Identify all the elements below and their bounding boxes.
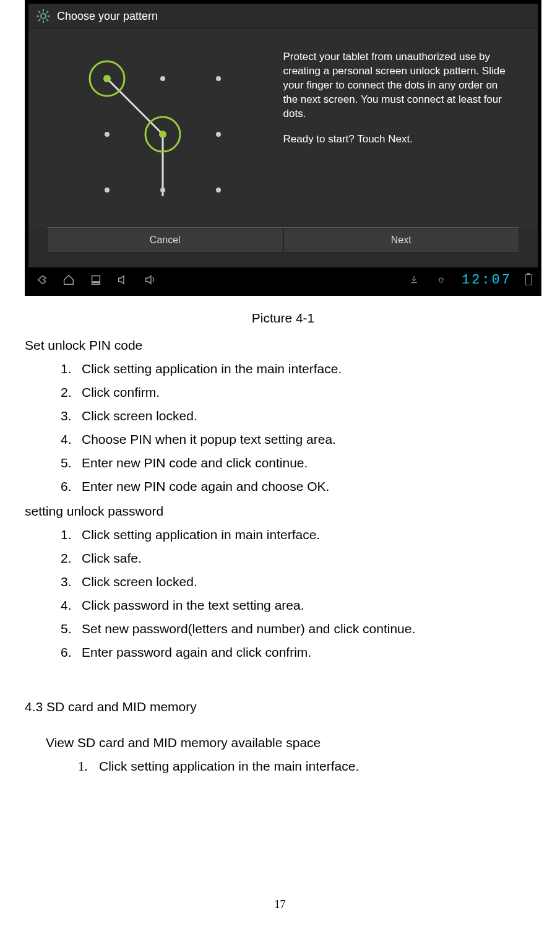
help-paragraph-1: Protect your tablet from unauthorized us… — [283, 50, 515, 121]
step-text: Click setting application in main interf… — [82, 527, 320, 542]
step-text: Choose PIN when it popup text setting ar… — [82, 432, 336, 447]
list-item: 3.Click screen locked. — [61, 409, 541, 423]
list-item: 4.Click password in the text setting are… — [61, 598, 541, 613]
step-text: Click confirm. — [82, 385, 160, 400]
list-item: 4.Choose PIN when it popup text setting … — [61, 432, 541, 447]
pattern-svg — [82, 54, 243, 215]
step-text: Click setting application in the main in… — [99, 759, 359, 774]
svg-point-13 — [159, 131, 166, 138]
settings-gear-icon — [35, 7, 52, 25]
step-text: Enter new PIN code again and choose OK. — [82, 479, 329, 494]
android-debug-icon — [434, 273, 448, 287]
svg-point-10 — [160, 76, 165, 81]
download-icon — [407, 273, 421, 287]
pin-steps-list: 1.Click setting application in the main … — [25, 361, 541, 494]
svg-rect-18 — [92, 276, 100, 282]
sd-sub-heading: View SD card and MID memory available sp… — [46, 735, 541, 750]
list-item: 2.Click confirm. — [61, 385, 541, 400]
svg-line-8 — [46, 11, 48, 13]
svg-point-9 — [103, 75, 111, 82]
step-text: Enter password again and click confrim. — [82, 645, 311, 660]
android-screenshot: Choose your pattern — [25, 0, 541, 296]
system-nav-bar: 12:07 — [28, 267, 538, 292]
password-steps-list: 1.Click setting application in main inte… — [25, 527, 541, 660]
home-icon[interactable] — [62, 273, 75, 287]
svg-point-15 — [105, 188, 110, 193]
step-text: Enter new PIN code and click continue. — [82, 456, 308, 470]
svg-point-14 — [216, 132, 221, 137]
work-area: Protect your tablet from unauthorized us… — [28, 28, 538, 227]
step-text: Click safe. — [82, 551, 142, 566]
list-item: 6.Enter new PIN code again and choose OK… — [61, 479, 541, 494]
step-text: Click screen locked. — [82, 409, 197, 423]
help-paragraph-2: Ready to start? Touch Next. — [283, 132, 515, 147]
svg-line-5 — [38, 11, 40, 13]
list-item: 1.Click setting application in the main … — [61, 361, 541, 376]
pattern-grid[interactable] — [47, 48, 278, 215]
svg-point-11 — [216, 76, 221, 81]
svg-point-16 — [160, 188, 165, 193]
sd-section-heading: 4.3 SD card and MID memory — [25, 699, 541, 714]
password-section-heading: setting unlock password — [25, 504, 541, 519]
list-item: 6.Enter password again and click confrim… — [61, 645, 541, 660]
list-item: 5.Set new password(letters and number) a… — [61, 621, 541, 636]
volume-up-icon[interactable] — [144, 273, 157, 287]
step-text: Click screen locked. — [82, 574, 197, 589]
dialog-buttons: Cancel Next — [47, 227, 519, 253]
screenshot-window: Choose your pattern — [28, 4, 538, 292]
svg-line-6 — [46, 19, 48, 21]
step-text: Click setting application in the main in… — [82, 361, 342, 376]
sd-steps-list: 1.Click setting application in the main … — [25, 759, 541, 774]
list-item: 1.Click setting application in the main … — [78, 759, 541, 774]
volume-down-icon[interactable] — [116, 273, 130, 287]
figure-caption: Picture 4-1 — [25, 307, 541, 335]
recents-icon[interactable] — [89, 273, 103, 287]
svg-point-17 — [216, 188, 221, 193]
page-number: 17 — [0, 898, 560, 911]
step-text: Click password in the text setting area. — [82, 598, 304, 613]
list-item: 3.Click screen locked. — [61, 574, 541, 589]
next-button[interactable]: Next — [283, 228, 520, 253]
back-icon[interactable] — [35, 273, 48, 287]
cancel-button[interactable]: Cancel — [47, 228, 283, 253]
title-bar: Choose your pattern — [28, 4, 538, 28]
screenshot-title: Choose your pattern — [57, 10, 158, 23]
pin-section-heading: Set unlock PIN code — [25, 338, 541, 353]
list-item: 1.Click setting application in main inte… — [61, 527, 541, 542]
svg-point-12 — [105, 132, 110, 137]
svg-line-7 — [38, 19, 40, 21]
svg-rect-19 — [92, 283, 100, 285]
svg-point-0 — [41, 14, 46, 19]
svg-rect-20 — [439, 278, 442, 282]
list-item: 2.Click safe. — [61, 551, 541, 566]
status-clock: 12:07 — [462, 272, 512, 288]
help-text-area: Protect your tablet from unauthorized us… — [278, 48, 520, 215]
step-text: Set new password(letters and number) and… — [82, 621, 415, 636]
battery-icon — [525, 274, 532, 285]
list-item: 5.Enter new PIN code and click continue. — [61, 456, 541, 470]
